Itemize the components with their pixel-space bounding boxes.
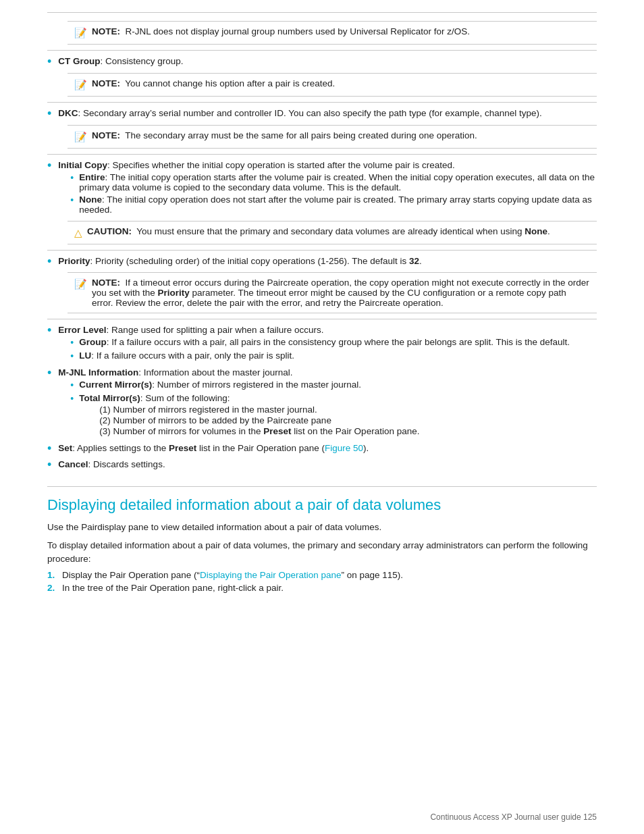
- bullet-cancel: • Cancel: Discards settings.: [47, 459, 597, 472]
- bullet-set-content: Set: Applies settings to the Preset list…: [58, 443, 597, 453]
- note-rjnl: 📝 NOTE: R-JNL does not display journal g…: [68, 21, 597, 45]
- bullet-dot-ctgroup: •: [47, 55, 51, 69]
- sub-bullet-currentmirror: • Current Mirror(s): Number of mirrors r…: [70, 380, 597, 391]
- divider-2: [47, 102, 597, 103]
- step-num-1: 1.: [47, 570, 62, 580]
- subsub-list-totalmirror: (1) Number of mirrors registered in the …: [99, 405, 419, 436]
- note-ctgroup-text: NOTE: You cannot change his option after…: [92, 78, 335, 88]
- note-ctgroup: 📝 NOTE: You cannot change his option aft…: [68, 73, 597, 97]
- sub-totalmirror-content: Total Mirror(s): Sum of the following: (…: [79, 393, 419, 438]
- sub-entire-content: Entire: The initial copy operation start…: [79, 172, 597, 192]
- pair-operation-link[interactable]: Displaying the Pair Operation pane: [200, 570, 341, 580]
- sub-dot-entire: •: [70, 172, 74, 184]
- sub-dot-currentmirror: •: [70, 380, 74, 391]
- bullet-dot-errorlevel: •: [47, 324, 51, 338]
- bullet-set: • Set: Applies settings to the Preset li…: [47, 443, 597, 456]
- bullet-dot-dkc: •: [47, 107, 51, 121]
- sub-bullet-group: • Group: If a failure occurs with a pair…: [70, 337, 597, 348]
- divider-1: [47, 50, 597, 51]
- page: 📝 NOTE: R-JNL does not display journal g…: [0, 0, 644, 834]
- bullet-initialcopy: • Initial Copy: Specifies whether the in…: [47, 160, 597, 217]
- note-icon-rjnl: 📝: [74, 27, 87, 39]
- note-icon-priority: 📝: [74, 278, 87, 290]
- bullet-dot-priority: •: [47, 255, 51, 269]
- caution-body: You must ensure that the primary and sec…: [136, 226, 550, 236]
- caution-box: △ CAUTION: You must ensure that the prim…: [68, 221, 597, 244]
- note-secondary-array: 📝 NOTE: The secondary array must be the …: [68, 125, 597, 149]
- bullet-list-ctgroup: • CT Group: Consistency group.: [47, 56, 597, 69]
- step-1: 1. Display the Pair Operation pane (“Dis…: [47, 570, 597, 580]
- note-secondary-text: NOTE: The secondary array must be the sa…: [92, 130, 477, 140]
- bullet-dot-set: •: [47, 442, 51, 456]
- divider-3: [47, 154, 597, 155]
- caution-triangle-icon: △: [74, 227, 82, 239]
- sub-dot-none: •: [70, 194, 74, 206]
- subsub-item-3: (3) Number of mirrors for volumes in the…: [99, 426, 419, 436]
- step-num-2: 2.: [47, 583, 62, 593]
- bullet-initialcopy-content: Initial Copy: Specifies whether the init…: [58, 160, 597, 217]
- bullet-list-dkc: • DKC: Secondary array’s serial number a…: [47, 108, 597, 121]
- caution-text: CAUTION: You must ensure that the primar…: [87, 226, 550, 236]
- bullet-list-initialcopy: • Initial Copy: Specifies whether the in…: [47, 160, 597, 217]
- bullet-list-main: • Error Level: Range used for splitting …: [47, 325, 597, 471]
- sub-list-initialcopy: • Entire: The initial copy operation sta…: [70, 172, 597, 215]
- bullet-ctgroup-content: CT Group: Consistency group.: [58, 56, 597, 66]
- figure50-link[interactable]: Figure 50: [325, 443, 363, 453]
- step-2-content: In the tree of the Pair Operation pane, …: [62, 583, 284, 593]
- note-priority-text: NOTE: If a timeout error occurs during t…: [92, 278, 590, 308]
- page-footer: Continuous Access XP Journal user guide …: [430, 812, 597, 822]
- bullet-mjnl: • M-JNL Information: Information about t…: [47, 367, 597, 440]
- sub-bullet-entire: • Entire: The initial copy operation sta…: [70, 172, 597, 192]
- bullet-cancel-content: Cancel: Discards settings.: [58, 459, 597, 469]
- bullet-dot-cancel: •: [47, 459, 51, 472]
- bullet-dot-initialcopy: •: [47, 159, 51, 173]
- bullet-ctgroup: • CT Group: Consistency group.: [47, 56, 597, 69]
- sub-dot-totalmirror: •: [70, 393, 74, 405]
- sub-lu-content: LU: If a failure occurs with a pair, onl…: [79, 350, 294, 361]
- bullet-dkc-content: DKC: Secondary array’s serial number and…: [58, 108, 597, 118]
- bullet-priority: • Priority: Priority (scheduling order) …: [47, 256, 597, 269]
- sub-bullet-totalmirror: • Total Mirror(s): Sum of the following:…: [70, 393, 597, 438]
- note-icon-secondary: 📝: [74, 131, 87, 143]
- subsub-item-2: (2) Number of mirrors to be added by the…: [99, 415, 419, 425]
- sub-group-content: Group: If a failure occurs with a pair, …: [79, 337, 570, 347]
- subsub-item-1: (1) Number of mirrors registered in the …: [99, 405, 419, 415]
- bullet-list-priority: • Priority: Priority (scheduling order) …: [47, 256, 597, 269]
- note-priority: 📝 NOTE: If a timeout error occurs during…: [68, 272, 597, 313]
- section-heading: Displaying detailed information about a …: [47, 486, 597, 514]
- bullet-errorlevel-content: Error Level: Range used for splitting a …: [58, 325, 597, 364]
- bullet-priority-content: Priority: Priority (scheduling order) of…: [58, 256, 597, 266]
- step-1-content: Display the Pair Operation pane (“Displa…: [62, 570, 403, 580]
- note-icon-ctgroup: 📝: [74, 79, 87, 91]
- bullet-dot-mjnl: •: [47, 367, 51, 380]
- numbered-steps: 1. Display the Pair Operation pane (“Dis…: [47, 570, 597, 593]
- sub-bullet-none: • None: The initial copy operation does …: [70, 194, 597, 215]
- top-divider: [47, 12, 597, 13]
- bullet-mjnl-content: M-JNL Information: Information about the…: [58, 367, 597, 440]
- section-para1: Use the Pairdisplay pane to view detaile…: [47, 521, 597, 534]
- note-rjnl-text: NOTE: R-JNL does not display journal gro…: [92, 26, 470, 36]
- sub-bullet-lu: • LU: If a failure occurs with a pair, o…: [70, 350, 597, 362]
- divider-4: [47, 250, 597, 251]
- sub-currentmirror-content: Current Mirror(s): Number of mirrors reg…: [79, 380, 361, 390]
- step-2: 2. In the tree of the Pair Operation pan…: [47, 583, 597, 593]
- section-para2: To display detailed information about a …: [47, 539, 597, 567]
- bullet-dkc: • DKC: Secondary array’s serial number a…: [47, 108, 597, 121]
- bullet-errorlevel: • Error Level: Range used for splitting …: [47, 325, 597, 364]
- sub-list-errorlevel: • Group: If a failure occurs with a pair…: [70, 337, 597, 362]
- sub-dot-group: •: [70, 337, 74, 348]
- sub-dot-lu: •: [70, 350, 74, 362]
- sub-list-mjnl: • Current Mirror(s): Number of mirrors r…: [70, 380, 597, 438]
- divider-5: [47, 319, 597, 319]
- sub-none-content: None: The initial copy operation does no…: [79, 194, 597, 215]
